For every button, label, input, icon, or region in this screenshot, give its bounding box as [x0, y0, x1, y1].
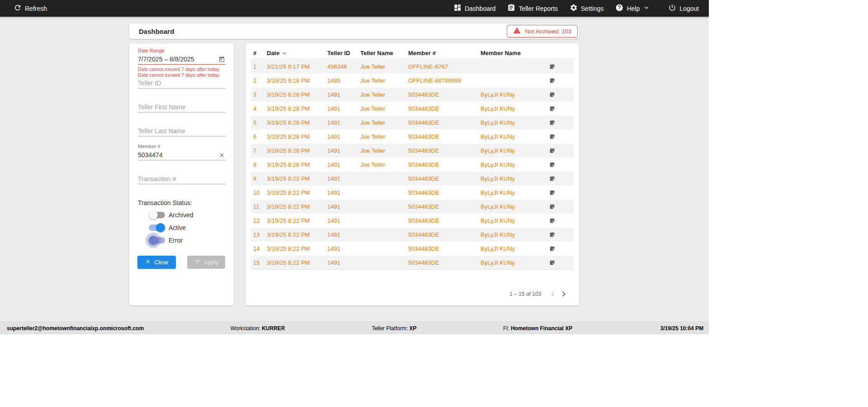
cell-member-number: 5034463DE [406, 102, 478, 116]
settings-gear-icon [570, 4, 578, 13]
transaction-number-input[interactable] [138, 175, 226, 182]
next-page-button[interactable] [558, 289, 569, 299]
date-range-errors: Date cannot exceed 7 days after today. D… [138, 66, 226, 78]
transaction-status-label: Transaction Status: [138, 199, 226, 206]
column-header-number[interactable]: # [251, 50, 264, 56]
nav-settings[interactable]: Settings [570, 4, 604, 13]
cell-member-number: 5034463DE [406, 116, 478, 130]
table-row[interactable]: 93/19/25 8:22 PM14915034463DEByLyJI KUNy [251, 172, 574, 186]
cell-date: 3/19/25 8:22 PM [264, 242, 325, 256]
cell-teller-name [358, 242, 406, 256]
table-row[interactable]: 143/19/25 8:22 PM14915034463DEByLyJI KUN… [251, 242, 574, 256]
table-row[interactable]: 83/19/25 8:28 PM1491Joe Teller5034463DEB… [251, 158, 574, 172]
cell-row-number: 11 [251, 200, 264, 214]
table-row[interactable]: 153/19/25 8:22 PM14915034463DEByLyJI KUN… [251, 256, 574, 270]
memo-note-icon[interactable] [549, 120, 555, 126]
column-header-teller-name[interactable]: Teller Name [358, 50, 406, 56]
calendar-icon[interactable] [217, 55, 226, 63]
table-row[interactable]: 123/19/25 8:22 PM14915034463DEByLyJI KUN… [251, 214, 574, 228]
table-row[interactable]: 43/19/25 8:28 PM1491Joe Teller5034463DEB… [251, 102, 574, 116]
archived-toggle[interactable] [149, 211, 165, 220]
cell-teller-name [358, 214, 406, 228]
pagination-range-label: 1 – 15 of 103 [509, 291, 541, 297]
memo-note-icon[interactable] [549, 232, 555, 238]
table-row[interactable]: 73/19/25 8:28 PM1491Joe Teller5034463DEB… [251, 144, 574, 158]
nav-logout-label: Logout [679, 5, 699, 12]
table-row[interactable]: 133/19/25 8:22 PM14915034463DEByLyJI KUN… [251, 228, 574, 242]
cell-teller-name: Joe Teller [358, 88, 406, 102]
cell-member-name [478, 60, 547, 74]
table-row[interactable]: 33/19/25 8:28 PM1491Joe Teller5034463DEB… [251, 88, 574, 102]
cell-member-number: 5034463DE [406, 228, 478, 242]
cell-member-name [478, 74, 547, 88]
cell-row-number: 7 [251, 144, 264, 158]
nav-help-menu[interactable]: Help [615, 4, 650, 13]
memo-note-icon[interactable] [549, 106, 555, 112]
cell-date: 3/19/25 8:28 PM [264, 116, 325, 130]
nav-settings-label: Settings [581, 5, 604, 12]
column-header-teller-id[interactable]: Teller ID [325, 50, 358, 56]
nav-logout[interactable]: Logout [668, 4, 699, 13]
cell-teller-id: 1489 [325, 74, 358, 88]
table-row[interactable]: 23/19/25 9:18 PM1489Joe TellerOFFLINE-88… [251, 74, 574, 88]
memo-note-icon[interactable] [549, 134, 555, 140]
column-header-member-number[interactable]: Member # [406, 50, 478, 56]
cell-teller-id: 1491 [325, 158, 358, 172]
workstation-info: Workstation:KURRER [231, 325, 285, 332]
memo-note-icon[interactable] [549, 64, 555, 70]
table-row[interactable]: 63/19/25 8:28 PM1491Joe Teller5034463DEB… [251, 130, 574, 144]
memo-note-icon[interactable] [549, 92, 555, 98]
memo-note-icon[interactable] [549, 176, 555, 182]
clear-member-icon[interactable] [217, 151, 226, 159]
cell-teller-name: Joe Teller [358, 102, 406, 116]
memo-note-icon[interactable] [549, 148, 555, 154]
clear-button[interactable]: Clear [137, 256, 176, 269]
cell-date: 3/19/25 9:18 PM [264, 74, 325, 88]
cell-date: 3/19/25 8:28 PM [264, 130, 325, 144]
error-toggle[interactable] [149, 236, 165, 245]
nav-dashboard[interactable]: Dashboard [453, 4, 496, 13]
column-header-member-name[interactable]: Member Name [478, 50, 547, 56]
cell-date: 3/19/25 8:22 PM [264, 200, 325, 214]
table-row[interactable]: 113/19/25 8:22 PM14915034463DEByLyJI KUN… [251, 200, 574, 214]
memo-note-icon[interactable] [549, 260, 555, 266]
memo-note-icon[interactable] [549, 78, 555, 84]
close-icon [145, 258, 151, 266]
teller-platform-info: Teller Platform:XP [372, 325, 416, 332]
teller-id-input[interactable] [138, 80, 226, 87]
column-header-date[interactable]: Date [264, 50, 325, 57]
teller-first-name-field [138, 102, 226, 112]
cell-date: 3/19/25 8:22 PM [264, 214, 325, 228]
cell-row-number: 8 [251, 158, 264, 172]
memo-note-icon[interactable] [549, 162, 555, 168]
cell-teller-id: 1491 [325, 130, 358, 144]
table-header-row: # Date Teller ID Teller Name Member # Me… [251, 47, 574, 59]
warning-icon [513, 27, 521, 36]
memo-note-icon[interactable] [549, 204, 555, 210]
cell-member-number: 5034463DE [406, 214, 478, 228]
refresh-button[interactable]: Refresh [14, 4, 47, 13]
apply-button[interactable]: Apply [187, 256, 225, 269]
table-row[interactable]: 13/21/25 9:17 PM456346Joe TellerOFFLINE-… [251, 60, 574, 74]
table-row[interactable]: 103/19/25 8:22 PM14915034463DEByLyJI KUN… [251, 186, 574, 200]
nav-teller-reports[interactable]: Teller Reports [507, 4, 557, 13]
dashboard-icon [453, 4, 462, 13]
memo-note-icon[interactable] [549, 190, 555, 196]
previous-page-button[interactable] [547, 289, 558, 299]
not-archived-badge-label: Not Archived: 103 [525, 28, 571, 35]
cell-teller-name [358, 200, 406, 214]
not-archived-badge[interactable]: Not Archived: 103 [507, 25, 578, 37]
memo-note-icon[interactable] [549, 246, 555, 252]
memo-note-icon[interactable] [549, 218, 555, 224]
toggle-thumb [149, 236, 158, 245]
date-range-input[interactable] [138, 56, 217, 63]
teller-first-name-input[interactable] [138, 103, 226, 111]
member-number-input[interactable] [138, 151, 217, 159]
cell-member-number: 5034463DE [406, 172, 478, 186]
table-row[interactable]: 53/19/25 8:28 PM1491Joe Teller5034463DEB… [251, 116, 574, 130]
active-toggle[interactable] [149, 223, 165, 232]
filter-icon [194, 258, 201, 267]
cell-row-number: 10 [251, 186, 264, 200]
teller-last-name-input[interactable] [138, 127, 226, 135]
cell-teller-name [358, 172, 406, 186]
